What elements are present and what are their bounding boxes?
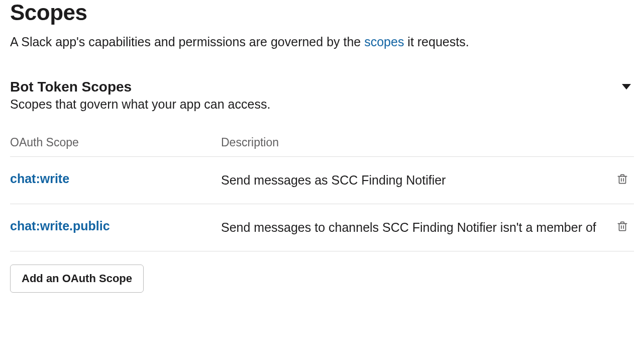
add-oauth-scope-button[interactable]: Add an OAuth Scope xyxy=(10,265,144,293)
intro-text: A Slack app's capabilities and permissio… xyxy=(10,33,634,51)
bot-scopes-header[interactable]: Bot Token Scopes Scopes that govern what… xyxy=(10,79,634,112)
delete-scope-button[interactable] xyxy=(614,217,631,237)
scope-row: chat:write Send messages as SCC Finding … xyxy=(10,157,634,204)
scope-description: Send messages as SCC Finding Notifier xyxy=(221,157,604,204)
intro-prefix: A Slack app's capabilities and permissio… xyxy=(10,35,364,49)
intro-suffix: it requests. xyxy=(404,35,469,49)
bot-scopes-title: Bot Token Scopes xyxy=(10,79,622,95)
scope-link[interactable]: chat:write.public xyxy=(10,219,110,233)
page-title: Scopes xyxy=(10,0,634,25)
col-header-actions xyxy=(604,136,634,157)
collapse-caret-icon[interactable] xyxy=(622,84,631,90)
bot-scopes-description: Scopes that govern what your app can acc… xyxy=(10,97,622,112)
scope-row: chat:write.public Send messages to chann… xyxy=(10,204,634,251)
scope-link[interactable]: chat:write xyxy=(10,171,69,186)
scope-description: Send messages to channels SCC Finding No… xyxy=(221,204,604,251)
col-header-description: Description xyxy=(221,136,604,157)
bot-scopes-table: OAuth Scope Description chat:write Send … xyxy=(10,136,634,251)
trash-icon xyxy=(616,172,629,188)
delete-scope-button[interactable] xyxy=(614,170,631,190)
scopes-doc-link[interactable]: scopes xyxy=(364,35,404,49)
trash-icon xyxy=(616,219,629,235)
col-header-scope: OAuth Scope xyxy=(10,136,221,157)
